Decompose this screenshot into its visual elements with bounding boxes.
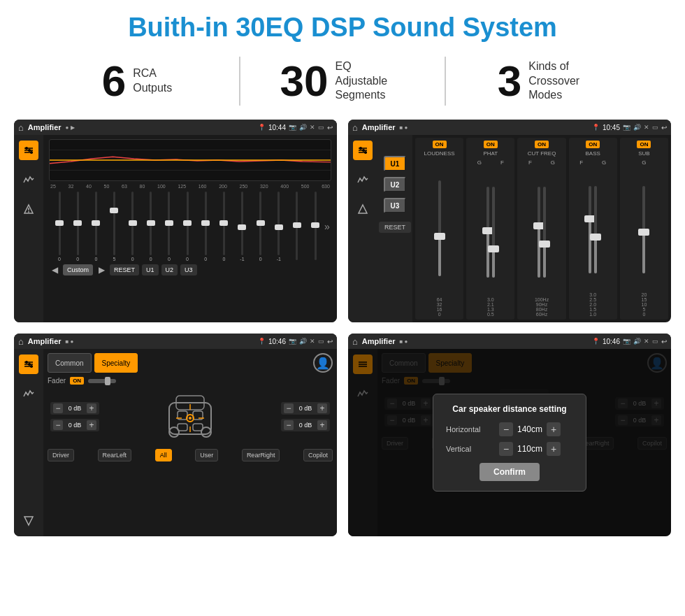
dialog-horizontal-label: Horizontal xyxy=(446,425,495,434)
app-title-4: Amplifier xyxy=(362,337,396,345)
on-badge-loudness: ON xyxy=(433,141,447,148)
home-icon-1[interactable]: ⌂ xyxy=(18,122,24,133)
eq-slider-6[interactable]: 0 xyxy=(160,192,178,262)
vert-slider-loudness[interactable] xyxy=(417,159,462,297)
driver-btn-3[interactable]: Driver xyxy=(48,449,74,461)
eq-content: 25 32 40 50 63 80 100 125 160 200 250 32… xyxy=(14,135,337,322)
home-icon-2[interactable]: ⌂ xyxy=(352,122,358,133)
vertical-minus-btn[interactable]: − xyxy=(499,442,513,456)
right-front-plus[interactable]: + xyxy=(317,403,327,413)
rearleft-btn-3[interactable]: RearLeft xyxy=(98,449,132,461)
vertical-plus-btn[interactable]: + xyxy=(547,442,561,456)
eq-graph xyxy=(49,139,331,181)
vert-slider-phat[interactable] xyxy=(468,167,513,297)
reset-btn-2[interactable]: RESET xyxy=(379,222,411,233)
col-label-sub: SUB xyxy=(638,150,649,157)
right-rear-minus[interactable]: − xyxy=(284,420,294,430)
eq-slider-1[interactable]: 0 xyxy=(68,192,87,262)
left-front-db: − 0 dB + xyxy=(50,402,99,415)
right-front-minus[interactable]: − xyxy=(284,403,294,413)
custom-btn[interactable]: Custom xyxy=(63,264,93,275)
right-rear-plus[interactable]: + xyxy=(317,420,327,430)
s3-sidebar-icon-1[interactable] xyxy=(19,354,38,374)
back-icon-3[interactable]: ↩ xyxy=(327,338,333,345)
eq-slider-3[interactable]: 5 xyxy=(105,192,123,262)
u1-btn-1[interactable]: U1 xyxy=(142,264,159,275)
eq-bottom-controls: ◀ Custom ▶ RESET U1 U2 U3 xyxy=(49,264,331,275)
s3-sidebar-icon-2[interactable] xyxy=(19,384,38,403)
amp-sidebar-icon-3[interactable] xyxy=(353,199,373,219)
amp2-content: U1 U2 U3 RESET ON LOUDNESS 6432160 xyxy=(348,135,671,322)
eq-slider-14[interactable] xyxy=(306,192,324,262)
stat-eq: 30 EQ Adjustable Segments xyxy=(247,59,438,103)
eq-slider-13[interactable] xyxy=(288,192,306,262)
col-sub: ON SUB G 20151050 xyxy=(620,138,668,320)
eq-sidebar-icon-3[interactable] xyxy=(19,199,38,219)
home-icon-3[interactable]: ⌂ xyxy=(18,336,24,347)
screen3-main: Common Specialty 👤 Fader ON − 0 dB + xyxy=(43,349,337,536)
amp-sidebar-icon-1[interactable] xyxy=(353,141,373,160)
eq-slider-7[interactable]: 0 xyxy=(178,192,196,262)
vert-slider-cutfreq[interactable] xyxy=(519,167,564,297)
s3-sidebar-icon-3[interactable] xyxy=(19,511,38,531)
vert-slider-bass[interactable] xyxy=(570,167,616,292)
eq-slider-0[interactable]: 0 xyxy=(50,192,68,262)
eq-slider-9[interactable]: 0 xyxy=(215,192,233,262)
svg-point-17 xyxy=(364,151,367,154)
left-rear-minus[interactable]: − xyxy=(53,420,63,430)
confirm-btn[interactable]: Confirm xyxy=(480,463,540,481)
u1-channel-btn[interactable]: U1 xyxy=(384,156,406,171)
left-front-plus[interactable]: + xyxy=(87,403,96,413)
status-bar-2: ⌂ Amplifier ■ ● 📍 10:45 📷 🔊 ✕ ▭ ↩ xyxy=(348,120,671,135)
on-badge-cutfreq: ON xyxy=(535,141,549,148)
eq-slider-5[interactable]: 0 xyxy=(142,192,160,262)
u3-btn-1[interactable]: U3 xyxy=(180,264,197,275)
time-2: 10:45 xyxy=(603,124,620,131)
status-bar-4: ⌂ Amplifier ■ ● 📍 10:46 📷 🔊 ✕ ▭ ↩ xyxy=(348,334,671,349)
user-btn-3[interactable]: User xyxy=(195,449,218,461)
horizontal-plus-btn[interactable]: + xyxy=(547,422,561,436)
horizontal-minus-btn[interactable]: − xyxy=(499,422,513,436)
eq-sidebar-icon-1[interactable] xyxy=(19,141,38,160)
eq-slider-10[interactable]: -1 xyxy=(233,192,251,262)
fader-slider-3[interactable] xyxy=(88,379,116,383)
time-4: 10:46 xyxy=(603,338,620,345)
back-icon-4[interactable]: ↩ xyxy=(661,338,667,345)
cam-icon-3: 📷 xyxy=(289,338,296,345)
vert-slider-sub[interactable] xyxy=(621,167,667,292)
u3-channel-btn[interactable]: U3 xyxy=(384,198,406,213)
x-icon-2: ✕ xyxy=(644,124,649,131)
home-icon-4[interactable]: ⌂ xyxy=(352,336,358,347)
eq-slider-11[interactable]: 0 xyxy=(252,192,270,262)
amp-sidebar-icon-2[interactable] xyxy=(353,170,373,189)
eq-slider-12[interactable]: -1 xyxy=(270,192,288,262)
prev-btn[interactable]: ◀ xyxy=(49,264,60,275)
u2-channel-btn[interactable]: U2 xyxy=(384,177,406,192)
next-btn[interactable]: ▶ xyxy=(96,264,107,275)
stat-text-crossover: Kinds of Crossover Modes xyxy=(528,59,598,103)
back-icon-1[interactable]: ↩ xyxy=(327,124,333,131)
reset-btn-1[interactable]: RESET xyxy=(110,264,139,275)
tab-common-3[interactable]: Common xyxy=(48,353,92,373)
left-front-minus[interactable]: − xyxy=(53,403,63,413)
dialog-overlay: Car speaker distance setting Horizontal … xyxy=(348,349,671,536)
profile-icon-3[interactable]: 👤 xyxy=(313,353,333,373)
rect-icon-3: ▭ xyxy=(318,338,324,345)
play-dots-4: ■ ● xyxy=(400,338,408,345)
copilot-btn-3[interactable]: Copilot xyxy=(303,449,333,461)
back-icon-2[interactable]: ↩ xyxy=(661,124,667,131)
eq-slider-2[interactable]: 0 xyxy=(87,192,105,262)
eq-slider-8[interactable]: 0 xyxy=(196,192,215,262)
x-icon-4: ✕ xyxy=(644,338,649,345)
all-btn-3[interactable]: All xyxy=(155,449,172,461)
left-rear-plus[interactable]: + xyxy=(87,420,96,430)
eq-sidebar-icon-2[interactable] xyxy=(19,170,38,189)
eq-slider-4[interactable]: 0 xyxy=(124,192,142,262)
tab-specialty-3[interactable]: Specialty xyxy=(94,353,138,373)
status-icons-2: 📍 10:45 📷 🔊 ✕ ▭ ↩ xyxy=(592,124,667,131)
dialog-vertical-label: Vertical xyxy=(446,445,495,453)
vertical-value: 110cm xyxy=(516,444,544,454)
rearright-btn-3[interactable]: RearRight xyxy=(242,449,280,461)
expand-icon[interactable]: » xyxy=(324,221,330,232)
u2-btn-1[interactable]: U2 xyxy=(161,264,178,275)
